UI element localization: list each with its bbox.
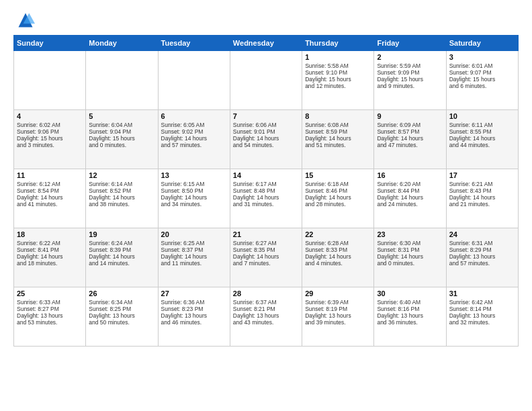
day-info: Sunrise: 6:28 AM	[305, 240, 371, 246]
day-cell: 9Sunrise: 6:09 AMSunset: 8:57 PMDaylight…	[374, 110, 446, 169]
day-info: Daylight: 13 hours	[17, 312, 83, 319]
day-info: Sunset: 9:07 PM	[449, 69, 515, 76]
day-info: Daylight: 15 hours	[305, 76, 371, 83]
day-info: Daylight: 13 hours	[161, 312, 227, 319]
day-info: Sunset: 8:16 PM	[377, 306, 443, 312]
day-info: Sunset: 8:57 PM	[377, 128, 443, 135]
day-info: and 50 minutes.	[89, 319, 154, 326]
day-info: Sunrise: 6:36 AM	[161, 299, 227, 306]
day-cell: 6Sunrise: 6:05 AMSunset: 9:02 PMDaylight…	[158, 110, 230, 169]
day-info: and 9 minutes.	[377, 83, 443, 89]
day-cell: 28Sunrise: 6:37 AMSunset: 8:21 PMDayligh…	[230, 287, 302, 347]
day-info: Sunrise: 6:37 AM	[233, 299, 299, 306]
day-number: 22	[305, 230, 371, 238]
day-cell: 19Sunrise: 6:24 AMSunset: 8:39 PMDayligh…	[86, 228, 158, 287]
day-cell: 30Sunrise: 6:40 AMSunset: 8:16 PMDayligh…	[374, 287, 446, 347]
day-info: Sunrise: 6:40 AM	[377, 299, 443, 306]
week-row-3: 11Sunrise: 6:12 AMSunset: 8:54 PMDayligh…	[14, 169, 519, 228]
day-info: and 12 minutes.	[305, 83, 371, 89]
day-info: and 39 minutes.	[305, 319, 371, 326]
day-info: Sunset: 8:43 PM	[449, 187, 515, 194]
day-number: 26	[89, 289, 154, 298]
day-number: 25	[17, 289, 83, 298]
day-info: and 21 minutes.	[449, 201, 515, 208]
header-cell-wednesday: Wednesday	[230, 36, 302, 51]
day-info: and 54 minutes.	[233, 142, 299, 148]
week-row-1: 1Sunrise: 5:58 AMSunset: 9:10 PMDaylight…	[14, 51, 519, 110]
day-number: 9	[377, 112, 443, 120]
day-info: Sunset: 8:23 PM	[161, 306, 227, 312]
day-info: Sunset: 8:55 PM	[449, 128, 515, 135]
day-info: Daylight: 14 hours	[233, 194, 299, 201]
week-row-4: 18Sunrise: 6:22 AMSunset: 8:41 PMDayligh…	[14, 228, 519, 287]
day-info: Sunset: 8:41 PM	[17, 246, 83, 253]
day-info: and 34 minutes.	[161, 201, 227, 208]
day-info: Sunrise: 6:20 AM	[377, 181, 443, 187]
day-info: and 24 minutes.	[377, 201, 443, 208]
day-info: and 0 minutes.	[377, 260, 443, 267]
day-info: and 38 minutes.	[89, 201, 154, 208]
day-info: Sunset: 8:46 PM	[305, 187, 371, 194]
day-info: and 47 minutes.	[377, 142, 443, 148]
day-number: 8	[305, 112, 371, 120]
calendar-table: SundayMondayTuesdayWednesdayThursdayFrid…	[13, 35, 519, 347]
day-info: Sunset: 9:01 PM	[233, 128, 299, 135]
logo	[13, 11, 35, 30]
day-info: Sunrise: 6:02 AM	[17, 122, 83, 128]
day-cell: 10Sunrise: 6:11 AMSunset: 8:55 PMDayligh…	[446, 110, 518, 169]
day-info: Sunset: 8:29 PM	[449, 246, 515, 253]
day-info: Sunset: 8:33 PM	[305, 246, 371, 253]
day-info: Daylight: 14 hours	[161, 135, 227, 142]
day-info: and 46 minutes.	[161, 319, 227, 326]
day-info: Sunrise: 6:30 AM	[377, 240, 443, 246]
day-info: Sunset: 8:39 PM	[89, 246, 154, 253]
day-info: Daylight: 13 hours	[377, 312, 443, 319]
header-cell-tuesday: Tuesday	[158, 36, 230, 51]
day-info: and 44 minutes.	[449, 142, 515, 148]
day-info: Daylight: 14 hours	[449, 194, 515, 201]
calendar-body: 1Sunrise: 5:58 AMSunset: 9:10 PMDaylight…	[14, 51, 519, 347]
day-info: Sunset: 9:06 PM	[17, 128, 83, 135]
day-info: Sunrise: 6:08 AM	[305, 122, 371, 128]
day-cell	[14, 51, 86, 110]
day-number: 21	[233, 230, 299, 238]
day-info: Sunset: 9:10 PM	[305, 69, 371, 76]
day-info: Sunset: 8:25 PM	[89, 306, 154, 312]
day-info: Daylight: 13 hours	[449, 312, 515, 319]
day-number: 16	[377, 171, 443, 179]
day-info: Sunset: 8:48 PM	[233, 187, 299, 194]
day-cell: 1Sunrise: 5:58 AMSunset: 9:10 PMDaylight…	[302, 51, 374, 110]
day-info: Daylight: 14 hours	[449, 135, 515, 142]
day-cell: 27Sunrise: 6:36 AMSunset: 8:23 PMDayligh…	[158, 287, 230, 347]
day-cell: 3Sunrise: 6:01 AMSunset: 9:07 PMDaylight…	[446, 51, 518, 110]
day-number: 30	[377, 289, 443, 298]
day-info: Daylight: 15 hours	[17, 135, 83, 142]
day-info: Sunrise: 6:15 AM	[161, 181, 227, 187]
day-cell: 24Sunrise: 6:31 AMSunset: 8:29 PMDayligh…	[446, 228, 518, 287]
day-number: 17	[449, 171, 515, 179]
day-info: Sunset: 9:02 PM	[161, 128, 227, 135]
day-info: and 53 minutes.	[17, 319, 83, 326]
day-info: and 14 minutes.	[89, 260, 154, 267]
day-cell: 17Sunrise: 6:21 AMSunset: 8:43 PMDayligh…	[446, 169, 518, 228]
logo-icon	[16, 11, 35, 30]
day-info: Sunrise: 6:25 AM	[161, 240, 227, 246]
day-info: Sunset: 8:19 PM	[305, 306, 371, 312]
day-info: Sunset: 8:52 PM	[89, 187, 154, 194]
day-info: Sunrise: 6:01 AM	[449, 62, 515, 69]
day-info: and 4 minutes.	[305, 260, 371, 267]
day-info: and 43 minutes.	[233, 319, 299, 326]
day-cell: 29Sunrise: 6:39 AMSunset: 8:19 PMDayligh…	[302, 287, 374, 347]
day-cell: 15Sunrise: 6:18 AMSunset: 8:46 PMDayligh…	[302, 169, 374, 228]
day-info: Sunset: 9:04 PM	[89, 128, 154, 135]
day-info: Daylight: 13 hours	[233, 312, 299, 319]
day-info: Sunrise: 6:17 AM	[233, 181, 299, 187]
day-cell: 13Sunrise: 6:15 AMSunset: 8:50 PMDayligh…	[158, 169, 230, 228]
day-info: Daylight: 14 hours	[305, 194, 371, 201]
day-cell: 2Sunrise: 5:59 AMSunset: 9:09 PMDaylight…	[374, 51, 446, 110]
day-number: 12	[89, 171, 154, 179]
day-info: Daylight: 14 hours	[305, 253, 371, 260]
day-info: Sunrise: 6:06 AM	[233, 122, 299, 128]
day-number: 2	[377, 53, 443, 61]
day-cell	[158, 51, 230, 110]
